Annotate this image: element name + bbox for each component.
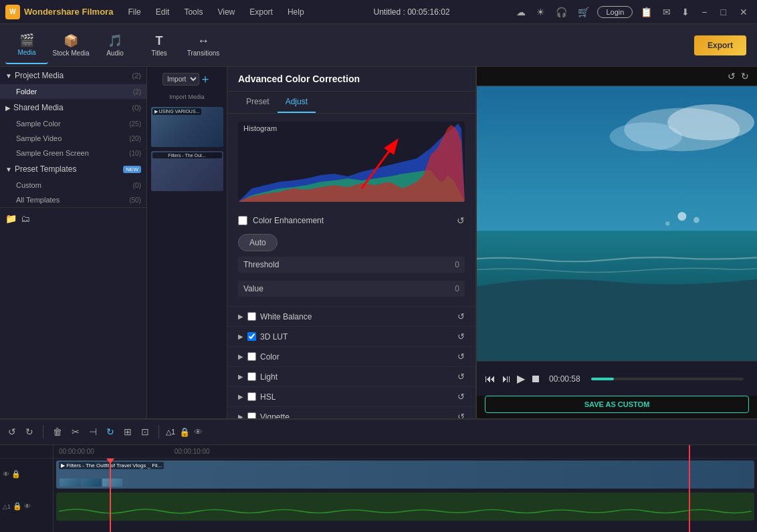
menu-view[interactable]: View [212,6,240,18]
color-enhancement-checkbox[interactable] [238,216,247,225]
3dlut-reset[interactable]: ↺ [457,331,465,342]
undo-tl-button[interactable]: ↺ [5,425,19,438]
export-button[interactable]: Export [694,35,746,55]
menu-tools[interactable]: Tools [179,6,208,18]
menu-help[interactable]: Help [282,6,310,18]
section-shared-media[interactable]: ▶ Shared Media (0) [0,99,146,116]
import-select[interactable]: Import [163,73,199,86]
audio-eye-icon[interactable]: 👁 [24,503,31,510]
expand-color-icon: ▶ [238,353,243,360]
vignette-row[interactable]: ▶ Vignette ↺ [227,406,475,418]
waveform [56,505,754,518]
tool-stock-media[interactable]: 📦 Stock Media [49,27,92,64]
color-panel: Advanced Color Correction Preset Adjust … [227,67,476,418]
lock-icon[interactable]: 🔒 [179,427,190,437]
track-lock-icon[interactable]: 🔒 [11,470,21,479]
menu-edit[interactable]: Edit [150,6,175,18]
3dlut-row[interactable]: ▶ 3D LUT ↺ [227,326,475,346]
threshold-section: Threshold 0 [227,257,475,277]
vignette-checkbox[interactable] [247,412,256,418]
close-button[interactable]: ✕ [736,7,752,17]
tab-adjust[interactable]: Adjust [278,92,316,113]
section-preset-templates[interactable]: ▼ Preset Templates NEW [0,160,146,178]
sidebar-item-sample-video[interactable]: Sample Video (20) [0,131,146,146]
white-balance-checkbox[interactable] [247,312,256,321]
video-track: ▶ Filters - The Outfit of Travel Vlogs _… [53,458,757,491]
color-reset[interactable]: ↺ [457,352,465,362]
top-bar: W Wondershare Filmora File Edit Tools Vi… [0,0,757,24]
snap-button[interactable]: ⊡ [138,425,152,438]
white-balance-reset[interactable]: ↺ [457,311,465,321]
sidebar-item-sample-green[interactable]: Sample Green Screen (10) [0,146,146,160]
menu-export[interactable]: Export [244,6,278,18]
redo-tl-button[interactable]: ↻ [23,425,36,438]
threshold-slider[interactable]: Threshold 0 [238,257,465,273]
headphone-icon[interactable]: 🎧 [553,5,570,19]
hsl-row[interactable]: ▶ HSL ↺ [227,386,475,406]
tool-titles[interactable]: T Titles [138,27,181,64]
import-area: Import ＋ Import Media ▶ USING VARIOUS...… [147,67,227,418]
value-slider[interactable]: Value 0 [238,281,465,297]
media-thumb-2[interactable]: Filters - The Out... [151,151,223,191]
media-thumb-1[interactable]: ▶ USING VARIOUS... [151,107,223,147]
tab-preset[interactable]: Preset [238,92,278,113]
auto-button[interactable]: Auto [238,234,278,251]
video-clip[interactable]: ▶ Filters - The Outfit of Travel Vlogs _… [56,460,754,489]
light-checkbox[interactable] [247,372,256,381]
tl-separator [43,425,43,438]
cart-icon[interactable]: 🛒 [575,5,592,19]
audio-track-label: △1 [3,503,11,510]
maximize-button[interactable]: □ [717,7,730,17]
3dlut-checkbox[interactable] [247,332,256,341]
skip-back-button[interactable]: ⏮ [485,373,496,385]
color-checkbox[interactable] [247,352,256,361]
audio-lock-icon[interactable]: 🔒 [13,502,22,511]
add-media-icon[interactable]: ＋ [199,71,211,87]
ripple-button[interactable]: ⊞ [121,425,134,438]
play-pause-button[interactable]: ⏯ [501,373,512,385]
color-enhancement-reset[interactable]: ↺ [457,215,465,226]
sidebar-item-sample-color[interactable]: Sample Color (25) [0,116,146,131]
minimize-button[interactable]: − [697,7,711,17]
white-balance-row[interactable]: ▶ White Balance ↺ [227,306,475,326]
delete-button[interactable]: 🗑 [50,425,65,438]
bookmark-icon[interactable]: 📋 [638,5,655,19]
cloud-icon[interactable]: ☁ [514,5,528,19]
section-project-media[interactable]: ▼ Project Media (2) [0,67,146,84]
eye-icon[interactable]: 👁 [194,427,203,437]
login-button[interactable]: Login [597,6,633,18]
vignette-reset[interactable]: ↺ [457,412,465,418]
cut-button[interactable]: ✂ [69,425,82,438]
stop-button[interactable]: ⏹ [530,373,541,385]
hsl-checkbox[interactable] [247,392,256,401]
tool-audio[interactable]: 🎵 Audio [94,27,136,64]
sun-icon[interactable]: ☀ [534,5,548,19]
light-row[interactable]: ▶ Light ↺ [227,366,475,386]
redo-button[interactable]: ↻ [741,71,749,82]
play-button[interactable]: ▶ [517,372,525,385]
save-custom-button[interactable]: SAVE AS CUSTOM [485,396,749,413]
color-row[interactable]: ▶ Color ↺ [227,346,475,366]
undo-button[interactable]: ↺ [728,71,736,82]
preview-panel: ↺ ↻ [476,67,757,418]
tool-transitions[interactable]: ↔ Transitions [182,27,225,64]
sidebar-item-custom[interactable]: Custom (0) [0,178,146,192]
menu-file[interactable]: File [122,6,146,18]
download-icon[interactable]: ⬇ [679,5,692,19]
split-button[interactable]: ⊣ [86,425,100,438]
folder-icon[interactable]: 🗂 [21,213,30,224]
sidebar-item-all-templates[interactable]: All Templates (50) [0,192,146,207]
progress-bar[interactable] [591,378,744,380]
new-folder-icon[interactable]: 📁 [5,213,17,224]
audio-clip[interactable] [56,493,754,521]
track-number-label: △1 [166,428,175,436]
hsl-reset[interactable]: ↺ [457,392,465,402]
loop-button[interactable]: ↻ [104,425,117,438]
import-label[interactable]: Import Media [167,91,207,103]
tool-media[interactable]: 🎬 Media [5,27,48,64]
sidebar-item-folder[interactable]: Folder (2) [0,84,146,99]
mail-icon[interactable]: ✉ [660,5,673,19]
light-reset[interactable]: ↺ [457,372,465,382]
track-eye-icon[interactable]: 👁 [3,471,9,478]
svg-point-6 [677,212,686,221]
